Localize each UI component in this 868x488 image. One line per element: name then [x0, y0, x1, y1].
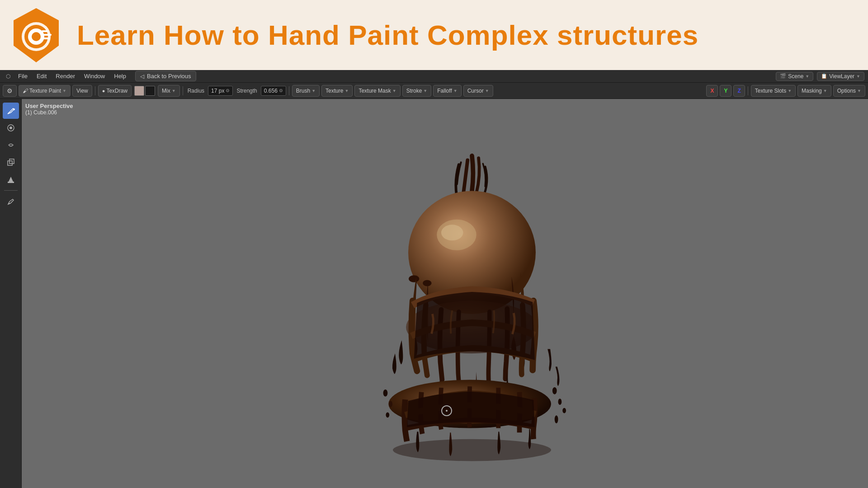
brush-icon: ● [102, 88, 105, 94]
svg-rect-12 [8, 182, 14, 183]
blender-ui: ⬡ File Edit Render Window Help ◁ Back to… [0, 70, 868, 488]
fill-tool-btn[interactable] [3, 171, 19, 188]
strength-value[interactable]: 0.656 ⚙ [261, 86, 286, 96]
svg-rect-4 [42, 34, 52, 36]
falloff-dropdown[interactable]: Falloff ▼ [433, 85, 461, 97]
toolbar-sep-3 [289, 86, 289, 95]
texture-mask-dropdown[interactable]: Texture Mask ▼ [354, 85, 400, 97]
radius-number: 17 px [211, 88, 224, 94]
svg-point-18 [423, 280, 431, 286]
secondary-color-swatch[interactable] [145, 86, 155, 96]
object-label: (1) Cube.006 [25, 109, 73, 116]
toolbar-sep-right [748, 86, 748, 95]
tool-separator [4, 190, 18, 191]
cursor-tool-btn[interactable] [3, 193, 19, 210]
stroke-dropdown[interactable]: Stroke ▼ [402, 85, 432, 97]
banner-title: Learn How to Hand Paint Complex structur… [77, 19, 698, 51]
axis-x-btn[interactable]: X [706, 85, 718, 97]
svg-point-7 [13, 108, 15, 110]
menu-help[interactable]: Help [110, 72, 130, 80]
stroke-label: Stroke [406, 88, 422, 94]
paint-mode-icon: 🖌 [23, 88, 28, 94]
radius-label: Radius [186, 88, 206, 94]
texture-mask-label: Texture Mask [359, 88, 391, 94]
scene-selector[interactable]: 🎬 Scene ▼ [776, 72, 813, 81]
cursor-dropdown[interactable]: Cursor ▼ [463, 85, 493, 97]
axis-z-btn[interactable]: Z [733, 85, 745, 97]
brush-dropdown[interactable]: Brush ▼ [292, 85, 320, 97]
svg-point-22 [558, 399, 562, 405]
back-to-previous-button[interactable]: ◁ Back to Previous [135, 71, 196, 81]
falloff-chevron-icon: ▼ [453, 89, 458, 93]
brush-dropdown-chevron-icon: ▼ [311, 89, 316, 93]
menu-bar-right: 🎬 Scene ▼ 📋 ViewLayer ▼ [776, 72, 864, 81]
brush-dropdown-label: Brush [296, 88, 310, 94]
scene-label: Scene [788, 73, 803, 80]
workspace-icon-btn[interactable]: ⚙ [3, 85, 17, 97]
view-layer-icon: 📋 [821, 73, 827, 79]
soften-icon [6, 123, 15, 132]
cursor-chevron-icon: ▼ [485, 89, 489, 93]
clone-tool-btn[interactable] [3, 154, 19, 170]
view-layer-selector[interactable]: 📋 ViewLayer ▼ [817, 72, 864, 81]
menu-file[interactable]: File [14, 72, 31, 80]
mode-selector[interactable]: 🖌 Texture Paint ▼ [19, 85, 71, 97]
color-swatches [134, 86, 155, 96]
smear-icon [6, 141, 15, 150]
view-layer-chevron-icon: ▼ [856, 74, 860, 79]
svg-point-25 [383, 389, 388, 396]
falloff-label: Falloff [437, 88, 452, 94]
view-layer-label: ViewLayer [829, 73, 854, 80]
toolbar-sep-2 [183, 86, 183, 95]
texture-slots-dropdown[interactable]: Texture Slots ▼ [751, 85, 796, 97]
radius-value[interactable]: 17 px ⚙ [208, 86, 233, 96]
menu-bar-left: ⬡ File Edit Render Window Help ◁ Back to… [4, 71, 775, 81]
svg-point-27 [386, 412, 389, 418]
menu-render[interactable]: Render [52, 72, 79, 80]
banner: Learn How to Hand Paint Complex structur… [0, 0, 868, 70]
back-to-previous-label: Back to Previous [147, 73, 191, 80]
menu-bar: ⬡ File Edit Render Window Help ◁ Back to… [0, 70, 868, 83]
menu-edit[interactable]: Edit [33, 72, 50, 80]
svg-rect-11 [9, 159, 14, 164]
masking-chevron-icon: ▼ [823, 89, 827, 93]
options-dropdown[interactable]: Options ▼ [833, 85, 865, 97]
blend-mode-label: Mix [162, 88, 170, 94]
draw-icon [6, 106, 15, 115]
view-btn[interactable]: View [72, 85, 92, 97]
viewport-info: User Perspective (1) Cube.006 [25, 103, 73, 116]
strength-icon: ⚙ [279, 88, 283, 93]
texture-dropdown[interactable]: Texture ▼ [321, 85, 353, 97]
mode-label: Texture Paint [29, 88, 61, 94]
primary-color-swatch[interactable] [134, 86, 144, 96]
smear-tool-btn2[interactable] [3, 137, 19, 153]
smear-tool-btn[interactable] [3, 120, 19, 136]
svg-point-16 [441, 225, 463, 240]
strength-number: 0.656 [264, 88, 278, 94]
axis-y-btn[interactable]: Y [720, 85, 731, 97]
perspective-label: User Perspective [25, 103, 73, 109]
blend-mode-dropdown[interactable]: Mix ▼ [158, 85, 180, 97]
texture-slots-label: Texture Slots [755, 88, 786, 94]
blender-logo-icon [9, 6, 63, 65]
svg-point-28 [393, 439, 551, 461]
svg-point-3 [32, 32, 41, 41]
masking-label: Masking [802, 88, 822, 94]
texture-slots-chevron-icon: ▼ [788, 89, 792, 93]
view-label: View [76, 88, 88, 94]
viewport[interactable]: User Perspective (1) Cube.006 [22, 99, 868, 488]
blend-chevron-icon: ▼ [172, 89, 176, 93]
menu-window[interactable]: Window [80, 72, 108, 80]
annotate-icon [6, 197, 15, 206]
svg-point-24 [555, 415, 558, 423]
draw-tool-btn[interactable] [3, 103, 19, 119]
clone-icon [6, 158, 15, 167]
brush-name-dropdown[interactable]: ● TexDraw [98, 85, 132, 97]
3d-model [336, 151, 608, 468]
fill-icon [6, 175, 15, 184]
radius-icon: ⚙ [226, 88, 230, 93]
masking-dropdown[interactable]: Masking ▼ [797, 85, 831, 97]
svg-point-26 [389, 401, 392, 407]
svg-rect-6 [42, 30, 48, 32]
svg-point-21 [552, 387, 557, 394]
